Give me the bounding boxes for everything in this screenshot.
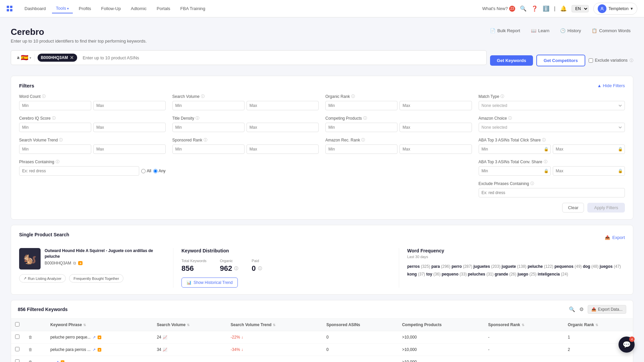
amazon-mini-badge[interactable]: a (98, 348, 101, 352)
arr-max[interactable] (399, 144, 472, 154)
whats-new-btn[interactable]: What's New? 23 (482, 6, 515, 12)
row-checkbox-cell[interactable] (11, 344, 24, 356)
search-volume-min[interactable] (172, 101, 245, 110)
external-link-icon[interactable]: ↗ (56, 360, 59, 362)
user-menu[interactable]: Templeton ▾ (593, 3, 637, 15)
row-checkbox-cell[interactable] (11, 331, 24, 344)
arr-min[interactable] (325, 144, 397, 154)
row-checkbox[interactable] (15, 347, 19, 351)
aba-click-max[interactable] (553, 144, 625, 154)
sponsored-rank-min[interactable] (172, 144, 245, 154)
organic-rank-min[interactable] (325, 101, 397, 110)
delete-icon[interactable]: 🗑 (29, 347, 33, 352)
cerebro-iq-min[interactable] (19, 123, 91, 132)
sponsored-rank-max[interactable] (247, 144, 319, 154)
nav-dashboard[interactable]: Dashboard (20, 4, 50, 13)
nav-portals[interactable]: Portals (153, 4, 174, 13)
word-count-max[interactable] (93, 101, 165, 110)
phrases-all-radio[interactable] (141, 169, 146, 173)
cerebro-iq-info-icon[interactable]: ⓘ (52, 116, 56, 121)
exclude-phrases-info-icon[interactable]: ⓘ (530, 181, 534, 186)
competing-products-max[interactable] (399, 123, 472, 132)
svt-max[interactable] (93, 144, 165, 154)
select-all-checkbox[interactable] (15, 322, 19, 326)
row-checkbox-cell[interactable] (11, 356, 24, 362)
th-competing[interactable]: Competing Products (398, 319, 484, 331)
competing-products-min[interactable] (325, 123, 397, 132)
nav-fba[interactable]: FBA Training (176, 4, 209, 13)
organic-rank-max[interactable] (399, 101, 472, 110)
copy-icon[interactable]: ⧉ (73, 261, 76, 265)
th-svt[interactable]: Search Volume Trend⇅ (227, 319, 322, 331)
table-settings-icon[interactable]: ⚙ (579, 306, 584, 312)
nav-followup[interactable]: Follow-Up (97, 4, 125, 13)
exclude-phrases-input[interactable] (479, 188, 625, 197)
learn-btn[interactable]: 📖 Learn (528, 27, 552, 35)
get-keywords-btn[interactable]: Get Keywords (490, 55, 533, 66)
th-select-all[interactable] (11, 319, 24, 331)
amazon-choice-select[interactable]: None selected (479, 123, 625, 132)
word-count-info-icon[interactable]: ⓘ (42, 94, 46, 99)
language-select[interactable]: EN (572, 5, 589, 12)
title-density-info-icon[interactable]: ⓘ (196, 116, 199, 121)
sponsored-rank-info-icon[interactable]: ⓘ (204, 137, 207, 142)
info-circle-icon[interactable]: ℹ️ (543, 5, 549, 12)
search-volume-info-icon[interactable]: ⓘ (201, 94, 205, 99)
arr-info-icon[interactable]: ⓘ (361, 137, 365, 142)
cerebro-iq-max[interactable] (93, 123, 165, 132)
title-density-min[interactable] (172, 123, 245, 132)
amazon-mini-badge[interactable]: a (98, 336, 101, 339)
external-link-icon[interactable]: ↗ (93, 348, 96, 352)
delete-icon[interactable]: 🗑 (29, 360, 33, 362)
common-words-btn[interactable]: 📋 Common Words (589, 27, 633, 35)
exclude-variations-label[interactable]: Exclude variations ⓘ (589, 58, 633, 63)
export-data-btn[interactable]: 📤 Export Data... (588, 305, 626, 314)
frequently-bought-btn[interactable]: Frequently Bought Together (69, 274, 123, 283)
hide-filters-btn[interactable]: ▲ Hide Filters (597, 83, 625, 88)
aba-click-min[interactable] (479, 144, 551, 154)
chat-button[interactable]: 💬 4 (619, 337, 635, 353)
th-sponsored-asins[interactable]: Sponsored ASINs (322, 319, 398, 331)
organic-info-icon[interactable]: ⓘ (234, 266, 238, 272)
phrases-any-radio[interactable] (153, 169, 158, 173)
organic-rank-info-icon[interactable]: ⓘ (351, 94, 355, 99)
bulk-report-btn[interactable]: 📄 Bulk Report (487, 27, 523, 35)
aba-conv-min[interactable] (479, 166, 551, 176)
run-listing-analyzer-btn[interactable]: ↗ Run Listing Analyzer (19, 274, 66, 283)
export-btn[interactable]: 📤 Export (605, 235, 625, 240)
paid-info-icon[interactable]: ⓘ (258, 266, 262, 272)
table-search-icon[interactable]: 🔍 (569, 306, 575, 312)
svt-min[interactable] (19, 144, 91, 154)
delete-icon[interactable]: 🗑 (29, 335, 33, 340)
bell-icon[interactable]: 🔔 (560, 5, 567, 12)
svt-info-icon[interactable]: ⓘ (59, 137, 63, 142)
nav-adtomic[interactable]: Adtomic (127, 4, 151, 13)
show-historical-trend-btn[interactable]: 📊 Show Historical Trend (181, 278, 238, 288)
nav-tools[interactable]: Tools (52, 4, 73, 13)
row-checkbox[interactable] (15, 359, 19, 362)
word-count-min[interactable] (19, 101, 91, 110)
clear-btn[interactable]: Clear (562, 203, 584, 213)
aba-click-info-icon[interactable]: ⓘ (542, 137, 546, 142)
th-sponsored-rank[interactable]: Sponsored Rank⇅ (484, 319, 564, 331)
search-icon[interactable]: 🔍 (520, 5, 527, 12)
amazon-mini-badge[interactable]: a (61, 360, 64, 362)
th-search-volume[interactable]: Search Volume⇅ (153, 319, 226, 331)
match-type-info-icon[interactable]: ⓘ (500, 94, 504, 99)
get-competitors-btn[interactable]: Get Competitors (536, 55, 585, 66)
th-organic-rank[interactable]: Organic Rank⇅ (564, 319, 633, 331)
th-keyword-phrase[interactable]: Keyword Phrase⇅ (46, 319, 153, 331)
search-input[interactable] (80, 55, 486, 60)
asin-remove-btn[interactable]: ✕ (70, 55, 74, 60)
history-btn[interactable]: 🕒 History (557, 27, 584, 35)
nav-profits[interactable]: Profits (75, 4, 95, 13)
logo[interactable] (7, 6, 12, 11)
amazon-choice-info-icon[interactable]: ⓘ (508, 116, 512, 121)
help-icon[interactable]: ❓ (531, 5, 538, 12)
phrases-input[interactable] (19, 166, 139, 176)
competing-products-info-icon[interactable]: ⓘ (363, 116, 367, 121)
apply-filters-btn[interactable]: Apply Filters (587, 203, 625, 213)
exclude-variations-checkbox[interactable] (589, 58, 593, 63)
external-link-icon[interactable]: ↗ (93, 335, 96, 340)
row-checkbox[interactable] (15, 335, 19, 339)
